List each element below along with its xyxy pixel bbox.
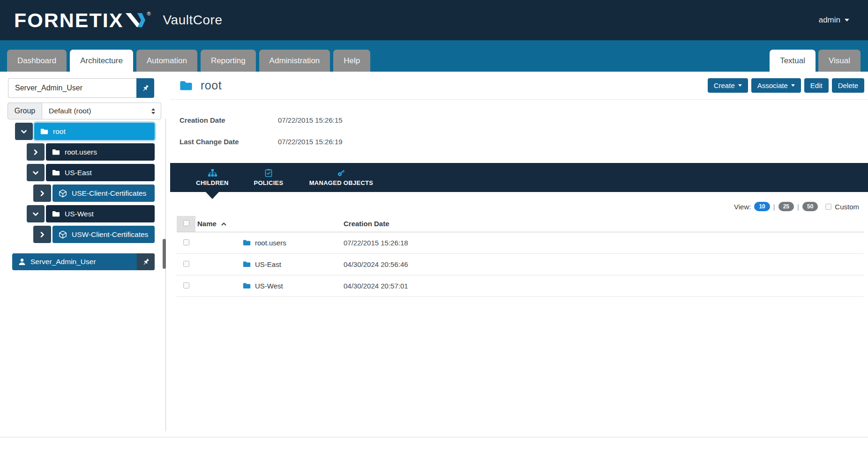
tree-item-label: USW-Client-Certificates [72,230,148,239]
fornetix-logo: FORNETIX ® VaultCore [14,9,222,31]
tree-item-use-client-certificates[interactable]: USE-Client-Certificates [52,185,155,202]
children-table: Name Creation Date root.users 07/22/ [177,216,864,297]
cube-icon [59,230,67,239]
page-size-50[interactable]: 50 [802,202,818,211]
tab-label: Administration [269,56,320,66]
tab-visual[interactable]: Visual [818,50,861,72]
brand-text: FORNETIX [14,9,123,31]
row-name: US-East [255,260,281,268]
detail-row: Creation Date 07/22/2015 15:26:15 [180,116,868,125]
view-controls: View: 10 | 25 | 50 Custom [170,201,868,212]
row-name-cell[interactable]: US-East [195,253,344,275]
cube-icon [59,189,67,198]
tab-label: Automation [147,56,187,66]
sitemap-icon [208,169,217,177]
custom-checkbox[interactable] [825,204,831,210]
tree-item-label: root [53,127,66,136]
detail-tabstrip: CHILDREN POLICIES MANAGED OBJECTS [170,163,868,192]
row-checkbox[interactable] [183,239,189,245]
group-select[interactable]: Default (root) [42,103,161,119]
tab-policies[interactable]: POLICIES [240,163,297,192]
separator: | [797,203,799,211]
tab-children[interactable]: CHILDREN [184,163,240,192]
button-label: Delete [838,81,858,89]
tree-item-root-users[interactable]: root.users [46,143,155,161]
group-selected-value: Default (root) [49,107,91,115]
tab-dashboard[interactable]: Dashboard [7,50,67,72]
edit-button[interactable]: Edit [804,78,829,93]
tab-label: Architecture [80,56,123,66]
tree-item-us-east[interactable]: US-East [46,164,155,181]
tab-help[interactable]: Help [333,50,370,72]
brand-x-icon [125,12,145,30]
chevron-right-icon[interactable] [27,143,45,161]
row-select-cell [177,275,195,296]
chevron-down-icon[interactable] [15,123,33,140]
chevron-down-icon [791,84,795,87]
row-name: root.users [255,239,286,247]
tab-automation[interactable]: Automation [136,50,197,72]
folder-icon [180,80,193,91]
tab-reporting[interactable]: Reporting [201,50,256,72]
separator: | [773,203,775,211]
column-label: Creation Date [344,220,389,228]
pin-icon [142,258,150,266]
folder-icon [52,169,60,176]
tree-item-usw-client-certificates[interactable]: USW-Client-Certificates [52,226,155,243]
tab-label: Visual [829,56,850,66]
row-checkbox[interactable] [183,261,189,267]
table-header-row: Name Creation Date [177,216,864,232]
row-select-cell [177,232,195,253]
column-header-creation-date[interactable]: Creation Date [344,216,864,232]
tree-item-label: USE-Client-Certificates [72,189,146,198]
chevron-down-icon [738,84,742,87]
chevron-down-icon [845,19,849,22]
pin-search-button[interactable] [136,78,154,98]
app-header: FORNETIX ® VaultCore admin [0,0,868,40]
row-name: US-West [255,282,283,290]
chevron-right-icon[interactable] [33,185,51,202]
tab-textual[interactable]: Textual [770,50,816,72]
custom-label: Custom [835,203,859,211]
tree-item-root[interactable]: root [34,123,155,140]
pinned-user-item[interactable]: Server_Admin_User [12,253,155,270]
detail-label: Last Change Date [180,138,278,146]
clipboard-check-icon [265,169,272,177]
tree-item-us-west[interactable]: US-West [46,205,155,222]
detail-label: Creation Date [180,116,278,125]
row-checkbox[interactable] [183,282,189,288]
tree-item-label: root.users [65,148,97,156]
create-button[interactable]: Create [708,78,748,93]
select-all-cell [177,216,195,232]
associate-button[interactable]: Associate [751,78,801,93]
delete-button[interactable]: Delete [832,78,864,93]
page-size-25[interactable]: 25 [778,202,794,211]
view-mode-tabs: Textual Visual [770,50,863,72]
row-name-cell[interactable]: root.users [195,232,344,253]
tab-administration[interactable]: Administration [259,50,330,72]
chevron-down-icon[interactable] [27,164,45,181]
folder-icon [52,148,60,155]
registered-trademark: ® [147,11,150,16]
folder-icon [40,128,48,135]
view-label: View: [734,203,751,211]
unpin-button[interactable] [137,253,155,270]
table-row: US-East 04/30/2024 20:56:46 [177,253,864,275]
search-input[interactable] [8,78,136,98]
object-details: Creation Date 07/22/2015 15:26:15 Last C… [170,100,868,146]
sidebar-scrollbar-thumb[interactable] [163,239,166,269]
tab-architecture[interactable]: Architecture [70,50,133,72]
user-menu[interactable]: admin [819,15,849,25]
select-all-checkbox[interactable] [183,220,189,226]
table-row: root.users 07/22/2015 15:26:18 [177,232,864,253]
page-size-10[interactable]: 10 [754,202,770,211]
user-menu-label: admin [819,15,840,25]
tab-managed-objects[interactable]: MANAGED OBJECTS [297,163,386,192]
chevron-right-icon[interactable] [33,226,51,243]
chevron-down-icon[interactable] [27,205,45,222]
row-name-cell[interactable]: US-West [195,275,344,296]
row-creation-date: 04/30/2024 20:57:01 [344,275,864,296]
group-label: Group [7,103,42,119]
column-header-name[interactable]: Name [195,216,344,232]
row-creation-date: 04/30/2024 20:56:46 [344,253,864,275]
